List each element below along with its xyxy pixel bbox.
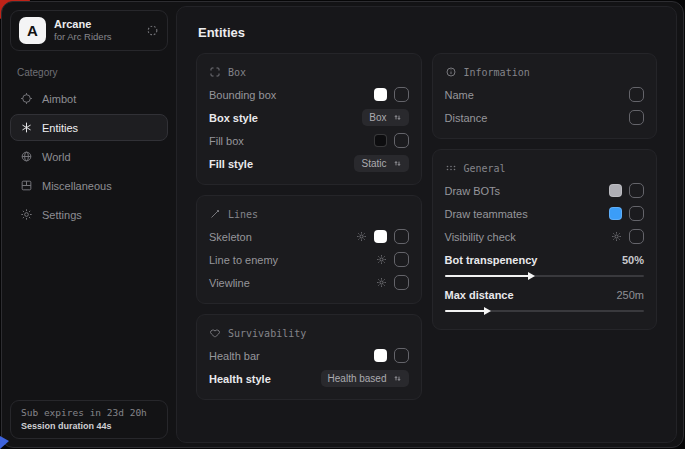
category-label: Category bbox=[17, 67, 161, 78]
setting-row-skeleton: Skeleton bbox=[209, 225, 409, 248]
sidebar-item-label: Aimbot bbox=[42, 93, 76, 105]
line-pencil-icon bbox=[209, 208, 221, 220]
main-panel: Entities Box Bounding box bbox=[176, 6, 677, 443]
sidebar-item-label: Miscellaneous bbox=[42, 180, 112, 192]
setting-row-fill-box: Fill box bbox=[209, 129, 409, 152]
sidebar-item-label: World bbox=[42, 151, 71, 163]
slider-handle[interactable] bbox=[528, 272, 535, 280]
sub-expiry-text: Sub expires in 23d 20h bbox=[21, 407, 157, 418]
skeleton-checkbox[interactable] bbox=[394, 229, 409, 244]
sidebar-item-settings[interactable]: Settings bbox=[10, 201, 168, 228]
row-gear-icon[interactable] bbox=[356, 231, 367, 242]
sync-icon[interactable] bbox=[146, 24, 159, 37]
sidebar-header: A Arcane for Arc Riders bbox=[10, 10, 168, 51]
general-section: General Draw BOTs Draw teammates bbox=[432, 149, 658, 330]
page-title: Entities bbox=[198, 25, 655, 40]
setting-row-bounding-box: Bounding box bbox=[209, 83, 409, 106]
grid-dots-icon bbox=[445, 162, 457, 174]
draw-bots-checkbox[interactable] bbox=[629, 183, 644, 198]
information-section: Information Name Distance bbox=[432, 53, 658, 139]
sidebar: A Arcane for Arc Riders Category Aimbot … bbox=[2, 2, 176, 447]
app-logo: A bbox=[19, 17, 46, 44]
app-subtitle: for Arc Riders bbox=[54, 31, 138, 43]
slider-handle[interactable] bbox=[484, 307, 491, 315]
sidebar-item-miscellaneous[interactable]: Miscellaneous bbox=[10, 172, 168, 199]
viewline-checkbox[interactable] bbox=[394, 275, 409, 290]
layout-grid-icon bbox=[20, 179, 33, 192]
fill-box-checkbox[interactable] bbox=[394, 133, 409, 148]
subscription-status: Sub expires in 23d 20h Session duration … bbox=[10, 400, 168, 439]
section-title: Box bbox=[228, 67, 246, 78]
app-window: A Arcane for Arc Riders Category Aimbot … bbox=[1, 1, 684, 448]
entities-icon bbox=[20, 121, 33, 134]
color-swatch[interactable] bbox=[609, 207, 622, 220]
box-style-dropdown[interactable]: Box bbox=[362, 109, 408, 126]
section-title: Survivability bbox=[228, 328, 306, 339]
survivability-section: Survivability Health bar Health style He… bbox=[196, 314, 422, 400]
draw-teammates-checkbox[interactable] bbox=[629, 206, 644, 221]
app-title: Arcane bbox=[54, 18, 138, 32]
setting-row-line-to-enemy: Line to enemy bbox=[209, 248, 409, 271]
updown-arrows-icon bbox=[393, 159, 402, 168]
distance-checkbox[interactable] bbox=[629, 110, 644, 125]
box-section: Box Bounding box Box style Box bbox=[196, 53, 422, 185]
row-gear-icon[interactable] bbox=[376, 254, 387, 265]
gear-icon bbox=[20, 208, 33, 221]
sidebar-item-entities[interactable]: Entities bbox=[10, 114, 168, 141]
line-to-enemy-checkbox[interactable] bbox=[394, 252, 409, 267]
setting-row-fill-style: Fill style Static bbox=[209, 152, 409, 175]
visibility-check-checkbox[interactable] bbox=[629, 229, 644, 244]
sidebar-item-label: Settings bbox=[42, 209, 82, 221]
health-style-dropdown[interactable]: Health based bbox=[321, 370, 409, 387]
section-title: General bbox=[464, 163, 506, 174]
color-swatch[interactable] bbox=[374, 134, 387, 147]
scan-brackets-icon bbox=[209, 66, 221, 78]
updown-arrows-icon bbox=[393, 374, 402, 383]
max-distance-value: 250m bbox=[616, 289, 644, 301]
name-checkbox[interactable] bbox=[629, 87, 644, 102]
setting-row-draw-bots: Draw BOTs bbox=[445, 179, 645, 202]
setting-row-viewline: Viewline bbox=[209, 271, 409, 294]
setting-row-distance: Distance bbox=[445, 106, 645, 129]
setting-row-health-style: Health style Health based bbox=[209, 367, 409, 390]
max-distance-slider[interactable] bbox=[445, 306, 645, 316]
crosshair-icon bbox=[20, 92, 33, 105]
mouse-cursor bbox=[0, 436, 9, 449]
info-icon bbox=[445, 66, 457, 78]
setting-row-health-bar: Health bar bbox=[209, 344, 409, 367]
sidebar-item-label: Entities bbox=[42, 122, 78, 134]
bot-transparency-setting: Bot transpenency 50% bbox=[445, 250, 645, 281]
row-gear-icon[interactable] bbox=[611, 231, 622, 242]
health-bar-checkbox[interactable] bbox=[394, 348, 409, 363]
sidebar-item-world[interactable]: World bbox=[10, 143, 168, 170]
lines-section: Lines Skeleton Line to enemy bbox=[196, 195, 422, 304]
color-swatch[interactable] bbox=[374, 88, 387, 101]
fill-style-dropdown[interactable]: Static bbox=[354, 155, 408, 172]
setting-row-box-style: Box style Box bbox=[209, 106, 409, 129]
heart-icon bbox=[209, 327, 221, 339]
row-gear-icon[interactable] bbox=[376, 277, 387, 288]
session-duration-text: Session duration 44s bbox=[21, 421, 157, 431]
section-title: Information bbox=[464, 67, 530, 78]
sidebar-item-aimbot[interactable]: Aimbot bbox=[10, 85, 168, 112]
updown-arrows-icon bbox=[393, 113, 402, 122]
setting-row-draw-teammates: Draw teammates bbox=[445, 202, 645, 225]
setting-row-visibility-check: Visibility check bbox=[445, 225, 645, 248]
section-title: Lines bbox=[228, 209, 258, 220]
color-swatch[interactable] bbox=[609, 184, 622, 197]
max-distance-setting: Max distance 250m bbox=[445, 285, 645, 316]
setting-row-name: Name bbox=[445, 83, 645, 106]
globe-icon bbox=[20, 150, 33, 163]
bot-transparency-value: 50% bbox=[622, 254, 644, 266]
bounding-box-checkbox[interactable] bbox=[394, 87, 409, 102]
color-swatch[interactable] bbox=[374, 349, 387, 362]
bot-transparency-slider[interactable] bbox=[445, 271, 645, 281]
color-swatch[interactable] bbox=[374, 230, 387, 243]
